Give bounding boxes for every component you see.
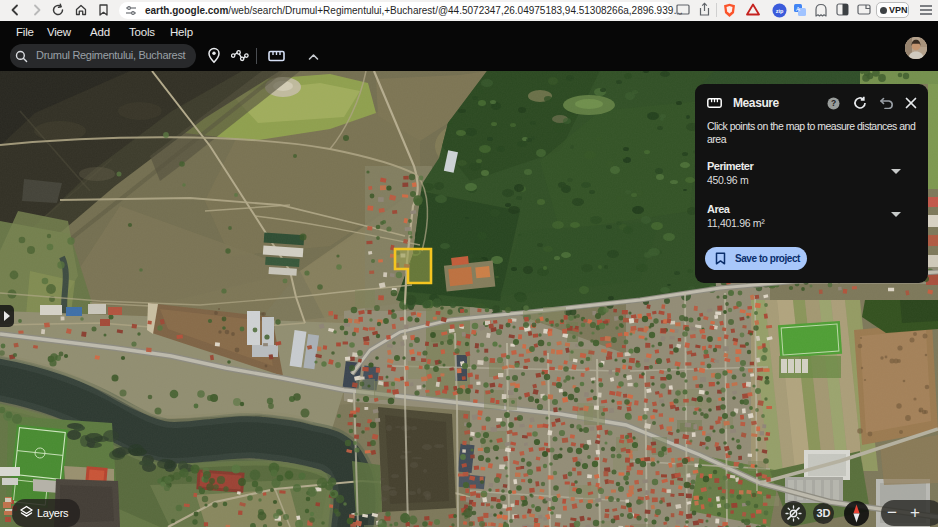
svg-text:A: A [796,6,800,12]
svg-text:zip: zip [776,8,784,14]
svg-text:?: ? [831,98,836,108]
